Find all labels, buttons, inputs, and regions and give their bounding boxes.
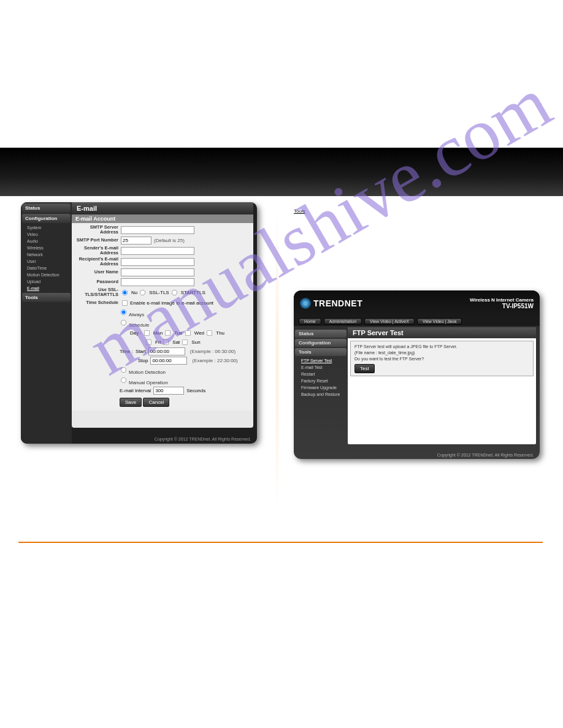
- r-item-backup[interactable]: Backup and Restore: [295, 391, 347, 398]
- test-button[interactable]: Test: [354, 364, 375, 373]
- sidebar-item-upload[interactable]: Upload: [21, 278, 72, 285]
- enable-email-label: Enable e-mail image to e-mail account: [130, 300, 213, 306]
- recipient-email-input[interactable]: [121, 258, 194, 266]
- top-banner: [0, 148, 563, 196]
- motion-radio[interactable]: [121, 367, 126, 373]
- starttls-label: STARTTLS: [181, 290, 205, 295]
- r-item-restart[interactable]: Restart: [295, 371, 347, 377]
- sidebar-item-system[interactable]: System: [21, 224, 72, 231]
- nav-home[interactable]: Home: [299, 318, 321, 325]
- model-info: Wireless N Internet Camera TV-IP551W: [470, 297, 534, 309]
- sidebar-item-motion[interactable]: Motion Detection: [21, 271, 72, 278]
- label-smtp-port: SMTP Port Number: [74, 238, 121, 243]
- sidebar-item-network[interactable]: Network: [21, 251, 72, 258]
- nav-java[interactable]: View Video | Java: [417, 318, 462, 325]
- interval-input[interactable]: [153, 387, 184, 395]
- schedule-label: Schedule: [129, 322, 149, 328]
- label-smtp-server: SMTP Server Address: [74, 225, 121, 235]
- top-nav: Home Administration View Video | ActiveX…: [294, 316, 540, 326]
- r-item-factory-reset[interactable]: Factory Reset: [295, 377, 347, 384]
- brand-text: TRENDNET: [313, 298, 362, 308]
- schedule-radio[interactable]: [121, 320, 126, 325]
- enable-email-checkbox[interactable]: [122, 300, 128, 305]
- starttls-radio[interactable]: [172, 289, 177, 295]
- r-sidebar-config[interactable]: Configuration: [295, 339, 347, 347]
- model-line1: Wireless N Internet Camera: [470, 297, 534, 303]
- day-mon[interactable]: [144, 330, 150, 336]
- email-title: E-mail: [72, 202, 253, 214]
- sidebar-item-email[interactable]: E-mail: [21, 285, 72, 292]
- day-wed[interactable]: [185, 330, 191, 336]
- r-sidebar-tools[interactable]: Tools: [295, 348, 347, 356]
- ftp-test-window: TRENDNET Wireless N Internet Camera TV-I…: [294, 290, 540, 459]
- sidebar-header-tools[interactable]: Tools: [22, 293, 71, 302]
- start-time-input[interactable]: [148, 347, 185, 355]
- always-radio[interactable]: [121, 309, 126, 315]
- horizontal-rule: [18, 542, 543, 543]
- label-sender: Sender's E-mail Address: [74, 246, 121, 256]
- column-divider: [275, 202, 280, 521]
- start-label: Start: [136, 349, 146, 354]
- label-password: Password: [74, 279, 121, 284]
- sidebar-header-status[interactable]: Status: [22, 203, 71, 213]
- label-recipient: Recipient's E-mail Address: [74, 257, 121, 267]
- port-default-note: (Default is 25): [154, 238, 185, 243]
- sender-email-input[interactable]: [121, 247, 194, 255]
- day-label: Day :: [130, 330, 142, 336]
- smtp-server-input[interactable]: [121, 226, 194, 234]
- smtp-port-input[interactable]: [121, 237, 151, 245]
- left-sidebar: Status Configuration System Video Audio …: [21, 202, 72, 444]
- r-sidebar-status[interactable]: Status: [295, 330, 347, 338]
- stop-label: Stop: [138, 358, 148, 363]
- username-input[interactable]: [121, 268, 194, 276]
- save-button[interactable]: Save: [120, 398, 142, 407]
- sidebar-item-datetime[interactable]: Date/Time: [21, 265, 72, 271]
- ssl-tls-radio[interactable]: [140, 289, 145, 295]
- nav-admin[interactable]: Administration: [324, 318, 362, 325]
- left-copyright: Copyright © 2012 TRENDnet. All Rights Re…: [155, 437, 251, 441]
- ftp-main-panel: FTP Server Test FTP Server test will upl…: [348, 327, 536, 444]
- right-copyright: Copyright © 2012 TRENDnet. All Rights Re…: [437, 453, 534, 457]
- ftp-line3: Do you want to test the FTP Server?: [354, 356, 529, 362]
- email-form: E-mail E-mail Account SMTP Server Addres…: [72, 202, 253, 428]
- motion-label: Motion Detection: [129, 370, 166, 375]
- interval-label: E-mail Interval: [120, 388, 151, 393]
- password-input[interactable]: [121, 278, 194, 286]
- globe-icon: [300, 298, 311, 309]
- ftp-line2: (File name : test_date_time.jpg): [354, 350, 529, 356]
- email-config-window: Status Configuration System Video Audio …: [21, 202, 257, 444]
- label-ssl: Use SSL-TLS/STARTTLS: [74, 287, 121, 297]
- model-line2: TV-IP551W: [470, 303, 534, 309]
- day-thu[interactable]: [207, 330, 212, 336]
- day-fri[interactable]: [146, 339, 151, 345]
- ssl-no-radio[interactable]: [122, 289, 128, 295]
- ftp-info-box: FTP Server test will upload a JPEG file …: [350, 341, 534, 376]
- sidebar-header-configuration[interactable]: Configuration: [22, 214, 71, 223]
- manual-label: Manual Operation: [129, 380, 168, 385]
- seconds-label: Seconds: [186, 388, 205, 393]
- stop-time-input[interactable]: [150, 357, 187, 365]
- window-header: TRENDNET Wireless N Internet Camera TV-I…: [294, 290, 540, 316]
- ssl-no-label: No: [131, 290, 137, 295]
- day-sat[interactable]: [163, 339, 169, 345]
- start-example: (Example : 06:30:00): [190, 349, 236, 354]
- section-heading-tools: Tools: [294, 208, 305, 214]
- r-item-firmware[interactable]: Firmware Upgrade: [295, 384, 347, 391]
- brand-logo: TRENDNET: [300, 298, 362, 309]
- sidebar-item-wireless[interactable]: Wireless: [21, 245, 72, 251]
- day-sun[interactable]: [182, 339, 188, 345]
- sidebar-item-audio[interactable]: Audio: [21, 238, 72, 245]
- manual-radio[interactable]: [121, 377, 126, 383]
- day-tue[interactable]: [165, 330, 170, 336]
- stop-example: (Example : 22:30:00): [192, 358, 237, 363]
- label-username: User Name: [74, 270, 121, 275]
- r-item-ftp-test[interactable]: FTP Server Test: [295, 357, 347, 364]
- sidebar-item-user[interactable]: User: [21, 258, 72, 265]
- email-account-header: E-mail Account: [72, 214, 253, 223]
- cancel-button[interactable]: Cancel: [143, 398, 169, 407]
- sidebar-item-video[interactable]: Video: [21, 231, 72, 238]
- nav-activex[interactable]: View Video | ActiveX: [364, 318, 415, 325]
- r-item-email-test[interactable]: E-mail Test: [295, 364, 347, 371]
- right-sidebar: Status Configuration Tools FTP Server Te…: [294, 326, 348, 448]
- ftp-line1: FTP Server test will upload a JPEG file …: [354, 344, 529, 350]
